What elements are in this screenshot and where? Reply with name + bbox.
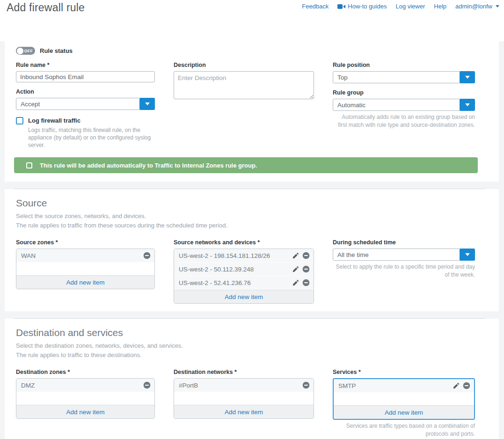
source-grid: Source zones * WAN Add new item Source n… bbox=[5, 239, 499, 304]
toggle-knob bbox=[17, 48, 23, 54]
log-traffic-text: Log firewall traffic Logs traffic, match… bbox=[28, 117, 155, 149]
add-destination-network-button[interactable]: Add new item bbox=[174, 405, 314, 418]
list-item: US-west-2 - 198.154.181.128/26 bbox=[174, 249, 314, 262]
list-item-icons bbox=[143, 381, 151, 389]
dropdown-button[interactable] bbox=[460, 99, 475, 111]
description-label: Description bbox=[174, 62, 314, 68]
rule-status-toggle[interactable]: OFF bbox=[16, 47, 35, 55]
schedule-select[interactable]: All the time bbox=[333, 249, 475, 261]
rule-name-input[interactable] bbox=[16, 71, 155, 82]
howto-guides-link[interactable]: How-to guides bbox=[337, 3, 387, 10]
list-item-icons bbox=[292, 279, 310, 286]
remove-icon[interactable] bbox=[143, 252, 151, 259]
edit-icon[interactable] bbox=[292, 252, 299, 259]
list-item-icons bbox=[292, 252, 310, 259]
list-item: US-west-2 - 50.112.39.248 bbox=[174, 263, 314, 276]
schedule-label: During scheduled time bbox=[333, 239, 475, 246]
auto-group-banner: This rule will be added automatically to… bbox=[14, 157, 478, 173]
destination-zones-items: DMZ bbox=[16, 379, 154, 392]
dropdown-button[interactable] bbox=[460, 71, 475, 83]
log-traffic-checkbox[interactable] bbox=[16, 117, 23, 124]
source-zones-field: Source zones * WAN Add new item bbox=[16, 239, 155, 289]
list-item-label: #PortB bbox=[179, 382, 302, 389]
chevron-down-icon bbox=[465, 103, 470, 106]
remove-icon[interactable] bbox=[143, 381, 151, 389]
rule-form-grid: Rule name * Action Accept Log firewall t… bbox=[5, 62, 499, 149]
section-gap bbox=[0, 311, 504, 318]
destination-networks-label: Destination networks * bbox=[174, 369, 314, 375]
destination-networks-items: #PortB bbox=[174, 379, 314, 392]
form-column-2: Description bbox=[174, 62, 314, 101]
account-label: admin@lonfw bbox=[455, 3, 492, 10]
action-label: Action bbox=[16, 88, 155, 95]
destination-zones-field: Destination zones * DMZ Add new item bbox=[16, 369, 155, 419]
source-networks-listbox: US-west-2 - 198.154.181.128/26US-west-2 … bbox=[174, 249, 314, 304]
add-destination-zone-button[interactable]: Add new item bbox=[16, 405, 154, 418]
log-traffic-help: Logs traffic, matching this firewall rul… bbox=[28, 126, 155, 149]
rule-position-label: Rule position bbox=[333, 62, 475, 68]
list-item: WAN bbox=[16, 249, 154, 262]
help-link[interactable]: Help bbox=[434, 3, 446, 10]
rule-form-panel: OFF Rule status Rule name * Action Accep… bbox=[5, 41, 499, 182]
schedule-help: Select to apply the rule to a specific t… bbox=[333, 263, 475, 279]
listbox-filler bbox=[334, 393, 474, 405]
list-item-label: DMZ bbox=[21, 382, 143, 389]
list-item-icons bbox=[292, 265, 310, 273]
remove-icon[interactable] bbox=[302, 265, 310, 273]
edit-icon[interactable] bbox=[453, 382, 460, 389]
howto-guides-label: How-to guides bbox=[348, 3, 387, 10]
list-item: DMZ bbox=[16, 379, 154, 392]
listbox-filler bbox=[16, 263, 154, 275]
rule-group-label: Rule group bbox=[333, 89, 475, 96]
action-select-value: Accept bbox=[21, 101, 40, 108]
list-item: US-west-2 - 52.41.236.76 bbox=[174, 276, 314, 289]
source-subtitle-1: Select the source zones, networks, and d… bbox=[16, 212, 499, 220]
add-source-zone-button[interactable]: Add new item bbox=[16, 275, 154, 289]
rule-status-row: OFF Rule status bbox=[16, 47, 499, 55]
feedback-link[interactable]: Feedback bbox=[302, 3, 329, 10]
top-bar: Add firewall rule Feedback How-to guides… bbox=[0, 0, 504, 41]
source-networks-label: Source networks and devices * bbox=[174, 239, 314, 246]
log-viewer-link[interactable]: Log viewer bbox=[395, 3, 425, 10]
remove-icon[interactable] bbox=[302, 279, 310, 286]
dropdown-button[interactable] bbox=[460, 249, 475, 261]
chevron-down-icon bbox=[465, 76, 470, 79]
log-viewer-label: Log viewer bbox=[395, 3, 425, 10]
source-zones-label: Source zones * bbox=[16, 239, 155, 246]
edit-icon[interactable] bbox=[292, 266, 299, 273]
destination-subtitle-1: Select the destination zones, networks, … bbox=[16, 342, 499, 350]
listbox-filler bbox=[174, 392, 314, 405]
list-item-label: WAN bbox=[21, 252, 143, 259]
destination-networks-listbox: #PortB Add new item bbox=[174, 378, 314, 419]
remove-icon[interactable] bbox=[463, 382, 470, 389]
list-item-label: US-west-2 - 52.41.236.76 bbox=[179, 279, 292, 286]
rule-name-label: Rule name * bbox=[16, 62, 155, 68]
list-item-label: US-west-2 - 198.154.181.128/26 bbox=[179, 252, 292, 259]
banner-checkbox-icon bbox=[26, 162, 32, 168]
source-title: Source bbox=[16, 198, 499, 209]
rule-group-value: Automatic bbox=[337, 102, 365, 109]
edit-icon[interactable] bbox=[292, 279, 299, 286]
source-subtitle-2: The rule applies to traffic from these s… bbox=[16, 221, 499, 230]
rule-group-select[interactable]: Automatic bbox=[333, 99, 475, 111]
action-select[interactable]: Accept bbox=[16, 98, 155, 110]
list-item-icons bbox=[302, 381, 310, 389]
remove-icon[interactable] bbox=[302, 252, 310, 259]
rule-position-select[interactable]: Top bbox=[333, 71, 475, 83]
source-zones-listbox: WAN Add new item bbox=[16, 249, 155, 289]
remove-icon[interactable] bbox=[302, 381, 310, 389]
source-networks-field: Source networks and devices * US-west-2 … bbox=[174, 239, 314, 304]
source-zones-items: WAN bbox=[16, 249, 154, 262]
description-textarea[interactable] bbox=[174, 71, 314, 99]
account-menu[interactable]: admin@lonfw bbox=[455, 3, 499, 10]
dropdown-button[interactable] bbox=[139, 98, 155, 110]
add-source-network-button[interactable]: Add new item bbox=[174, 290, 314, 303]
destination-networks-field: Destination networks * #PortB Add new it… bbox=[174, 369, 314, 419]
rule-position-value: Top bbox=[337, 74, 348, 81]
section-gap bbox=[0, 182, 504, 189]
form-column-3: Rule position Top Rule group Automatic A… bbox=[333, 62, 475, 129]
banner-text: This rule will be added automatically to… bbox=[40, 162, 257, 169]
add-service-button[interactable]: Add new item bbox=[334, 405, 474, 419]
list-item-label: SMTP bbox=[338, 382, 453, 389]
services-items: SMTP bbox=[334, 379, 474, 392]
